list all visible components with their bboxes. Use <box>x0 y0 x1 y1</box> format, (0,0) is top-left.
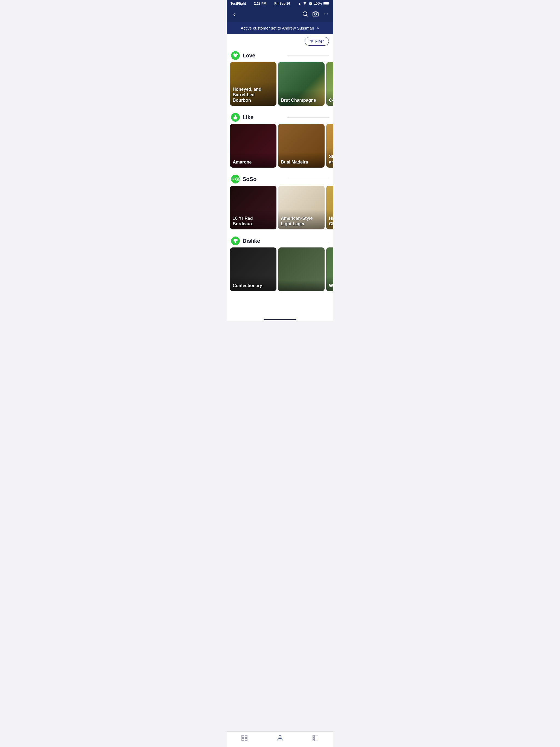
nav-icons <box>302 11 329 18</box>
wifi-icon <box>303 2 307 5</box>
section-soso: SO SOGO SoSo 10 Yr Red Bordeaux American… <box>227 172 333 234</box>
card-overlay-autolytic: Highly Autolytic Champagne <box>326 205 333 229</box>
card-label-lager: American-Style Light Lager <box>281 216 313 226</box>
card-overlay-cote: Côte-Rôtie <box>326 87 333 106</box>
section-header-dislike: Dislike <box>227 234 333 248</box>
status-left: TestFlight <box>230 2 246 5</box>
card-autolytic[interactable]: Highly Autolytic Champagne <box>326 186 333 229</box>
status-time: 2:28 PM <box>254 2 266 5</box>
card-lager[interactable]: American-Style Light Lager <box>278 186 325 229</box>
divider-soso <box>287 179 329 179</box>
card-label-whisky: Styled, Unpeated and Fresh Whisky <box>329 154 333 164</box>
divider-like <box>287 117 329 118</box>
section-love: Love Honeyed, and Barrel-Led Bourbon Bru… <box>227 48 333 110</box>
more-icon[interactable] <box>323 11 329 18</box>
section-dislike: Dislike Confectionary- White <box>227 234 333 295</box>
camera-icon[interactable] <box>312 11 319 18</box>
cards-row-soso: 10 Yr Red Bordeaux American-Style Light … <box>227 186 333 229</box>
card-bordeaux[interactable]: 10 Yr Red Bordeaux <box>230 186 276 229</box>
svg-rect-1 <box>324 2 328 5</box>
card-label-champagne: Brut Champagne <box>281 98 316 103</box>
card-grape[interactable] <box>278 248 325 291</box>
clock-icon: 🕐 <box>309 2 312 5</box>
card-label-amarone: Amarone <box>233 160 252 164</box>
svg-text:SO: SO <box>231 177 236 181</box>
card-whisky[interactable]: Styled, Unpeated and Fresh Whisky <box>326 124 333 168</box>
filter-label: Filter <box>315 39 324 44</box>
section-header-love: Love <box>227 48 333 62</box>
card-label-bordeaux: 10 Yr Red Bordeaux <box>233 216 253 226</box>
home-indicator <box>227 317 333 321</box>
section-header-soso: SO SOGO SoSo <box>227 172 333 186</box>
card-label-madeira: Bual Madeira <box>281 160 308 164</box>
card-amarone[interactable]: Amarone <box>230 124 276 168</box>
customer-banner-text: Active customer set to Andrew Sussman <box>240 26 314 30</box>
section-like: Like Amarone Bual Madeira Styled, Unpeat… <box>227 110 333 172</box>
card-overlay-champagne: Brut Champagne <box>278 87 325 106</box>
main-content: Love Honeyed, and Barrel-Led Bourbon Bru… <box>227 48 333 317</box>
card-overlay-bourbon: Honeyed, and Barrel-Led Bourbon <box>230 76 276 106</box>
card-overlay-lager: American-Style Light Lager <box>278 205 325 229</box>
cards-row-like: Amarone Bual Madeira Styled, Unpeated an… <box>227 124 333 168</box>
card-white[interactable]: White <box>326 248 333 291</box>
card-overlay-grape <box>278 278 325 291</box>
card-overlay-bordeaux: 10 Yr Red Bordeaux <box>230 205 276 229</box>
status-bar: TestFlight 2:28 PM Fri Sep 16 ▲ 🕐 100% <box>227 0 333 7</box>
card-label-confection: Confectionary- <box>233 283 263 288</box>
filter-bar: Filter <box>227 34 333 48</box>
dislike-icon <box>231 236 240 245</box>
section-header-like: Like <box>227 110 333 124</box>
soso-icon: SO SOGO <box>231 175 240 183</box>
card-confection[interactable]: Confectionary- <box>230 248 276 291</box>
edit-icon: ✎ <box>316 26 320 30</box>
card-madeira[interactable]: Bual Madeira <box>278 124 325 168</box>
signal-icon: ▲ <box>298 2 301 5</box>
battery-icon <box>324 2 330 5</box>
card-champagne[interactable]: Brut Champagne <box>278 62 325 106</box>
nav-bar: ‹ <box>227 7 333 22</box>
svg-point-5 <box>327 14 328 15</box>
home-bar <box>263 319 297 320</box>
card-label-bourbon: Honeyed, and Barrel-Led Bourbon <box>233 87 261 103</box>
section-title-like: Like <box>243 114 284 121</box>
card-label-cote: Côte-Rôtie <box>329 98 333 103</box>
card-overlay-amarone: Amarone <box>230 149 276 168</box>
divider-love <box>287 55 329 56</box>
svg-point-3 <box>324 14 325 15</box>
cards-row-dislike: Confectionary- White Napa <box>227 248 333 291</box>
love-icon <box>231 51 240 60</box>
app-name: TestFlight <box>230 2 246 5</box>
card-bourbon[interactable]: Honeyed, and Barrel-Led Bourbon <box>230 62 276 106</box>
card-label-autolytic: Highly Autolytic Champagne <box>329 216 333 226</box>
card-overlay-confection: Confectionary- <box>230 272 276 291</box>
card-cote[interactable]: Côte-Rôtie <box>326 62 333 106</box>
search-icon[interactable] <box>302 11 308 18</box>
filter-button[interactable]: Filter <box>305 37 329 46</box>
battery-label: 100% <box>314 2 322 5</box>
divider-dislike <box>287 241 329 241</box>
card-overlay-madeira: Bual Madeira <box>278 149 325 168</box>
section-title-soso: SoSo <box>243 176 284 182</box>
back-button[interactable]: ‹ <box>231 10 237 19</box>
customer-banner[interactable]: Active customer set to Andrew Sussman ✎ <box>227 22 333 34</box>
svg-point-2 <box>314 13 316 15</box>
card-overlay-whisky: Styled, Unpeated and Fresh Whisky <box>326 143 333 168</box>
like-icon <box>231 113 240 122</box>
card-overlay-white: White <box>326 272 333 291</box>
status-right: ▲ 🕐 100% <box>298 2 330 5</box>
section-title-dislike: Dislike <box>243 238 284 244</box>
section-title-love: Love <box>243 52 284 59</box>
status-date: Fri Sep 16 <box>274 2 290 5</box>
svg-point-4 <box>325 14 327 15</box>
cards-row-love: Honeyed, and Barrel-Led Bourbon Brut Cha… <box>227 62 333 106</box>
card-label-white: White <box>329 283 333 288</box>
